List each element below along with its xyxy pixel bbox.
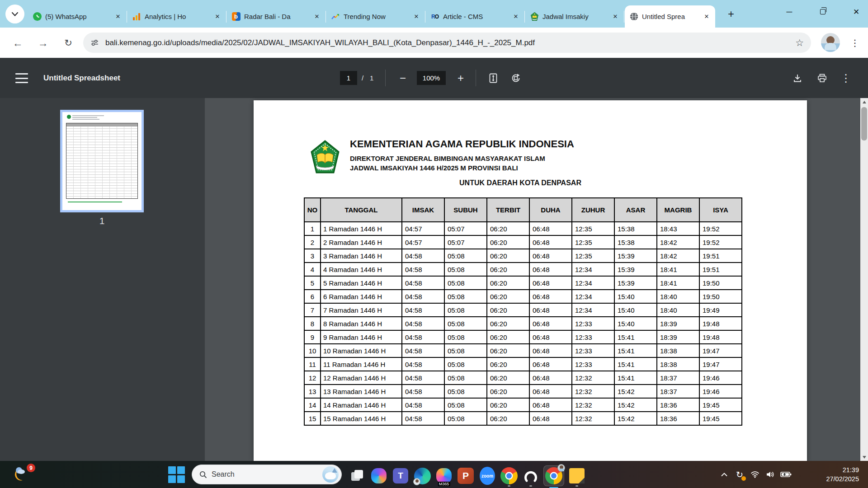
- rotate-button[interactable]: [507, 70, 524, 87]
- zoom-in-button[interactable]: +: [452, 70, 469, 87]
- m365-copilot-button[interactable]: M365: [435, 467, 453, 485]
- tab-close-icon[interactable]: ✕: [412, 13, 420, 20]
- print-button[interactable]: [813, 70, 830, 87]
- tab-whatsapp[interactable]: (5) WhatsApp ✕: [28, 5, 127, 28]
- profile-avatar[interactable]: [821, 33, 840, 52]
- task-view-button[interactable]: [348, 467, 366, 485]
- table-cell: 18:36: [657, 412, 699, 425]
- window-close-button[interactable]: ✕: [845, 0, 867, 23]
- pdf-menu-button[interactable]: [14, 72, 30, 84]
- bookmark-star-icon[interactable]: ☆: [795, 38, 804, 48]
- table-cell: 2: [304, 235, 321, 249]
- start-button[interactable]: [167, 466, 185, 483]
- table-cell: 06:48: [529, 222, 572, 235]
- table-cell: 04:58: [402, 412, 444, 425]
- table-cell: 06:48: [529, 385, 572, 398]
- tab-close-icon[interactable]: ✕: [703, 13, 711, 20]
- toolbar-divider: [385, 70, 386, 86]
- zoom-out-button[interactable]: −: [394, 70, 411, 87]
- site-settings-icon[interactable]: [90, 38, 99, 47]
- table-cell: 06:20: [487, 371, 529, 385]
- volume-icon[interactable]: [763, 465, 778, 483]
- table-cell: 15:41: [614, 330, 657, 344]
- window-minimize-button[interactable]: ─: [778, 0, 800, 23]
- address-bar[interactable]: bali.kemenag.go.id/uploads/media/2025/02…: [83, 33, 811, 53]
- tab-close-icon[interactable]: ✕: [512, 13, 520, 20]
- table-cell: 06:20: [487, 317, 529, 330]
- zoom-level-input[interactable]: 100%: [417, 71, 446, 85]
- search-highlight-image[interactable]: [322, 466, 339, 483]
- battery-icon[interactable]: [778, 465, 793, 483]
- table-cell: 19:52: [699, 222, 742, 235]
- copilot-icon: [371, 468, 387, 483]
- thumbnail-page-number: 1: [60, 216, 144, 226]
- table-cell: 18:41: [657, 276, 699, 290]
- tab-jadwal-imsakiyah[interactable]: Jadwal Imsakiy ✕: [525, 5, 624, 28]
- window-restore-button[interactable]: [812, 0, 834, 23]
- column-header: MAGRIB: [657, 198, 699, 222]
- table-cell: 06:48: [529, 290, 572, 303]
- tab-close-icon[interactable]: ✕: [114, 13, 122, 20]
- table-cell: 06:48: [529, 303, 572, 317]
- table-cell: 1: [304, 222, 321, 235]
- page-thumbnail[interactable]: [60, 110, 144, 212]
- scroll-down-arrow[interactable]: [860, 453, 868, 461]
- tab-trending-now[interactable]: Trending Now ✕: [326, 5, 425, 28]
- page-number-input[interactable]: 1: [340, 71, 357, 85]
- table-cell: 15:41: [614, 371, 657, 385]
- edge-button[interactable]: [413, 467, 431, 485]
- scrollbar-thumb[interactable]: [861, 107, 867, 141]
- m365-copilot-icon: [436, 468, 452, 483]
- wifi-icon[interactable]: [747, 465, 763, 483]
- scroll-up-arrow[interactable]: [860, 98, 868, 106]
- teams-button[interactable]: T: [392, 467, 410, 485]
- reload-button[interactable]: ↻: [60, 34, 77, 52]
- copilot-button[interactable]: [370, 467, 388, 485]
- wifi-glyph: [750, 471, 760, 478]
- tab-close-icon[interactable]: ✕: [313, 13, 321, 20]
- vertical-scrollbar[interactable]: [860, 98, 868, 461]
- new-tab-button[interactable]: +: [723, 6, 739, 22]
- table-cell: 05:08: [444, 330, 487, 344]
- tab-search-button[interactable]: [5, 5, 24, 23]
- clock-time: 21:39: [826, 465, 859, 474]
- browser-menu-button[interactable]: ⋮: [848, 35, 862, 51]
- rotate-icon: [511, 73, 521, 83]
- powerpoint-button[interactable]: P: [457, 467, 475, 485]
- taskbar-clock[interactable]: 21:39 27/02/2025: [826, 465, 859, 484]
- m365-label: M365: [438, 482, 450, 486]
- download-button[interactable]: [789, 70, 806, 87]
- chrome-active-button[interactable]: [543, 465, 564, 486]
- weather-widget[interactable]: 9: [14, 465, 34, 484]
- notification-badge: 9: [27, 464, 35, 472]
- back-button[interactable]: ←: [9, 34, 26, 52]
- table-cell: 06:20: [487, 290, 529, 303]
- sticky-notes-button[interactable]: [568, 467, 586, 485]
- tab-radar-bali[interactable]: b Radar Bali - Da ✕: [227, 5, 326, 28]
- chrome-button[interactable]: [500, 467, 518, 485]
- analytics-icon: [132, 12, 141, 21]
- table-cell: 15:39: [614, 276, 657, 290]
- forward-button[interactable]: →: [34, 34, 52, 52]
- table-row: 22 Ramadan 1446 H04:5705:0706:2006:4812:…: [304, 235, 742, 249]
- system-tray: ↻: [717, 461, 793, 488]
- taskbar-search[interactable]: Search: [192, 465, 342, 484]
- sync-status-icon[interactable]: ↻: [732, 465, 747, 483]
- tab-close-icon[interactable]: ✕: [611, 13, 619, 20]
- tab-untitled-spreadsheet-active[interactable]: Untitled Sprea ✕: [625, 5, 715, 28]
- table-cell: 04:58: [402, 276, 444, 290]
- otter-button[interactable]: [522, 467, 540, 485]
- zoom-button[interactable]: zoom: [478, 467, 496, 485]
- tab-close-icon[interactable]: ✕: [213, 13, 222, 20]
- table-cell: 15:41: [614, 357, 657, 371]
- document-viewport[interactable]: KEMENTERIAN AGAMA REPUBLIK INDONESIA DIR…: [205, 98, 860, 461]
- tab-analytics[interactable]: Analytics | Ho ✕: [127, 5, 226, 28]
- pdf-more-options-button[interactable]: ⋮: [839, 70, 853, 87]
- table-cell: 12:33: [572, 344, 614, 357]
- fit-to-page-button[interactable]: [485, 70, 502, 87]
- table-cell: 8: [304, 317, 321, 330]
- tab-article-cms[interactable]: RO Article - CMS ✕: [426, 5, 524, 28]
- column-header: NO: [304, 198, 321, 222]
- url-text[interactable]: bali.kemenag.go.id/uploads/media/2025/02…: [105, 38, 789, 47]
- hidden-icons-button[interactable]: [717, 465, 732, 483]
